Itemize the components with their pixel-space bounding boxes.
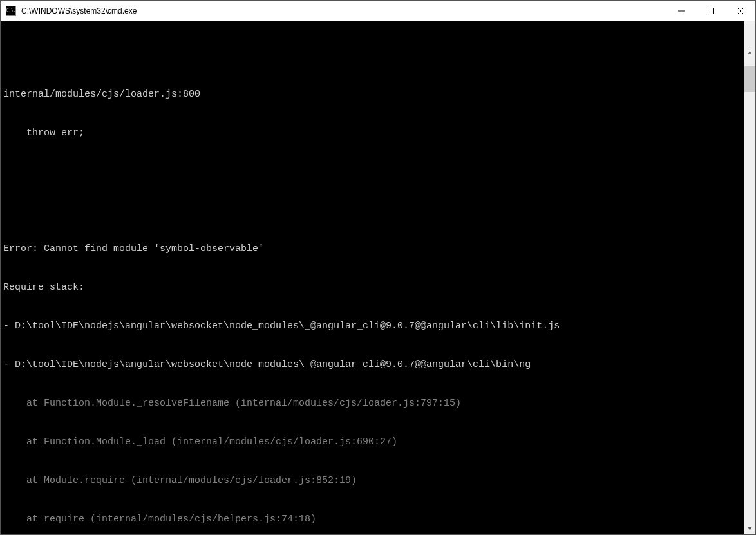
output-line: - D:\tool\IDE\nodejs\angular\websocket\n… — [3, 359, 742, 371]
window-controls — [666, 1, 755, 21]
output-line: at Function.Module._load (internal/modul… — [3, 436, 742, 449]
close-button[interactable] — [726, 1, 755, 21]
cmd-icon-text: C:\. — [6, 8, 16, 13]
scrollbar-track[interactable]: ▲ ▼ — [744, 21, 755, 534]
window-title: C:\WINDOWS\system32\cmd.exe — [21, 6, 666, 15]
output-line: internal/modules/cjs/loader.js:800 — [3, 88, 742, 101]
output-line: Error: Cannot find module 'symbol-observ… — [3, 243, 742, 256]
output-line: - D:\tool\IDE\nodejs\angular\websocket\n… — [3, 320, 742, 333]
console-area[interactable]: internal/modules/cjs/loader.js:800 throw… — [1, 21, 755, 534]
output-line: throw err; — [3, 127, 742, 140]
output-line: at require (internal/modules/cjs/helpers… — [3, 513, 742, 526]
output-line: Require stack: — [3, 281, 742, 294]
output-line: at Module.require (internal/modules/cjs/… — [3, 474, 742, 487]
cmd-window: C:\. C:\WINDOWS\system32\cmd.exe interna… — [0, 0, 756, 535]
scroll-up-arrow-icon[interactable]: ▲ — [744, 47, 755, 58]
cmd-icon: C:\. — [6, 6, 16, 16]
scroll-down-arrow-icon[interactable]: ▼ — [744, 523, 755, 534]
titlebar[interactable]: C:\. C:\WINDOWS\system32\cmd.exe — [1, 1, 755, 21]
maximize-button[interactable] — [696, 1, 726, 21]
minimize-button[interactable] — [666, 1, 696, 21]
scrollbar-thumb[interactable] — [744, 66, 755, 92]
svg-rect-1 — [708, 8, 714, 14]
output-line: at Function.Module._resolveFilename (int… — [3, 397, 742, 410]
